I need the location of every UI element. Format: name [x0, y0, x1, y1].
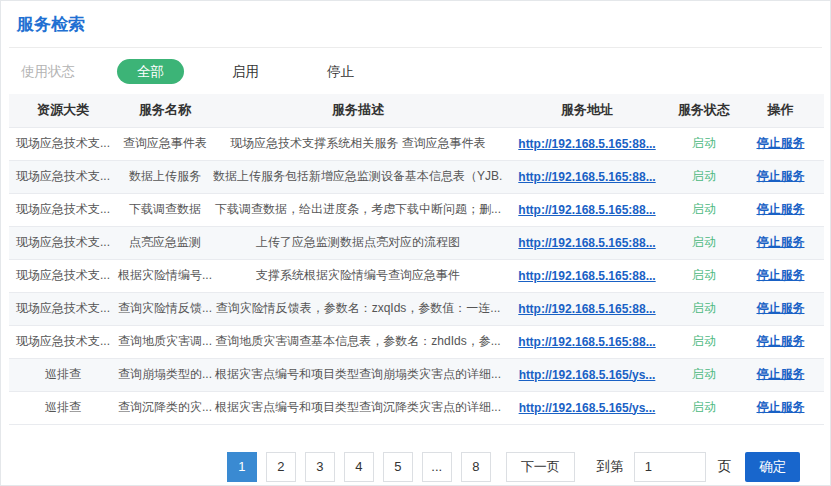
filter-option-停止[interactable]: 停止 — [307, 59, 374, 84]
stop-service-link[interactable]: 停止服务 — [757, 136, 805, 150]
table-row: 现场应急技术支... 查询地质灾害调... 查询地质灾害调查基本信息表，参数名：… — [9, 325, 824, 358]
cell-service-description: 根据灾害点编号和项目类型查询沉降类灾害点的详细... — [213, 391, 503, 424]
page-ellipsis-button[interactable]: ... — [422, 452, 452, 482]
stop-service-link[interactable]: 停止服务 — [757, 202, 805, 216]
service-url-link[interactable]: http://192.168.5.165:88... — [518, 170, 655, 184]
page-button-3[interactable]: 3 — [305, 452, 335, 482]
table-row: 巡排查 查询沉降类的灾... 根据灾害点编号和项目类型查询沉降类灾害点的详细..… — [9, 391, 824, 424]
cell-resource-category: 巡排查 — [9, 391, 117, 424]
cell-service-description: 下载调查数据，给出进度条，考虑下载中断问题；删... — [213, 193, 503, 226]
table-header-row: 资源大类服务名称服务描述服务地址服务状态操作 — [9, 94, 824, 127]
column-header: 资源大类 — [9, 94, 117, 127]
column-header: 服务名称 — [117, 94, 213, 127]
service-url-link[interactable]: http://192.168.5.165:88... — [518, 269, 655, 283]
page-button-1[interactable]: 1 — [227, 452, 257, 482]
table-row: 现场应急技术支... 点亮应急监测 上传了应急监测数据点亮对应的流程图 http… — [9, 226, 824, 259]
cell-service-status: 启动 — [671, 325, 737, 358]
page-button-8[interactable]: 8 — [461, 452, 491, 482]
status-filter-bar: 使用状态 全部启用停止 — [1, 48, 830, 94]
stop-service-link[interactable]: 停止服务 — [757, 367, 805, 381]
services-table: 资源大类服务名称服务描述服务地址服务状态操作 现场应急技术支... 查询应急事件… — [9, 94, 824, 425]
stop-service-link[interactable]: 停止服务 — [757, 235, 805, 249]
cell-service-status: 启动 — [671, 193, 737, 226]
page-button-2[interactable]: 2 — [266, 452, 296, 482]
stop-service-link[interactable]: 停止服务 — [757, 400, 805, 414]
goto-page-suffix-label: 页 — [718, 458, 732, 476]
page-button-4[interactable]: 4 — [344, 452, 374, 482]
cell-service-description: 根据灾害点编号和项目类型查询崩塌类灾害点的详细... — [213, 358, 503, 391]
table-row: 巡排查 查询崩塌类型的... 根据灾害点编号和项目类型查询崩塌类灾害点的详细..… — [9, 358, 824, 391]
service-url-link[interactable]: http://192.168.5.165/ys... — [519, 368, 656, 382]
pagination-bar: 12345...8 下一页 到第 页 确定 — [1, 452, 830, 482]
cell-resource-category: 现场应急技术支... — [9, 193, 117, 226]
cell-resource-category: 现场应急技术支... — [9, 292, 117, 325]
service-url-link[interactable]: http://192.168.5.165:88... — [518, 335, 655, 349]
cell-service-name: 查询沉降类的灾... — [117, 391, 213, 424]
column-header: 服务状态 — [671, 94, 737, 127]
page-button-5[interactable]: 5 — [383, 452, 413, 482]
table-row: 现场应急技术支... 根据灾险情编号... 支撑系统根据灾险情编号查询应急事件 … — [9, 259, 824, 292]
filter-option-全部[interactable]: 全部 — [117, 59, 184, 84]
cell-service-status: 启动 — [671, 226, 737, 259]
table-row: 现场应急技术支... 查询灾险情反馈... 查询灾险情反馈表，参数名：zxqId… — [9, 292, 824, 325]
table-row: 现场应急技术支... 查询应急事件表 现场应急技术支撑系统相关服务 查询应急事件… — [9, 127, 824, 160]
stop-service-link[interactable]: 停止服务 — [757, 334, 805, 348]
cell-service-name: 查询灾险情反馈... — [117, 292, 213, 325]
stop-service-link[interactable]: 停止服务 — [757, 169, 805, 183]
cell-service-description: 数据上传服务包括新增应急监测设备基本信息表（YJB... — [213, 160, 503, 193]
column-header: 服务地址 — [503, 94, 671, 127]
page-title: 服务检索 — [17, 13, 814, 36]
stop-service-link[interactable]: 停止服务 — [757, 268, 805, 282]
service-url-link[interactable]: http://192.168.5.165:88... — [518, 137, 655, 151]
cell-service-description: 支撑系统根据灾险情编号查询应急事件 — [213, 259, 503, 292]
cell-resource-category: 现场应急技术支... — [9, 325, 117, 358]
service-search-page: 服务检索 使用状态 全部启用停止 资源大类服务名称服务描述服务地址服务状态操作 … — [0, 0, 831, 486]
cell-service-status: 启动 — [671, 127, 737, 160]
cell-resource-category: 现场应急技术支... — [9, 259, 117, 292]
cell-service-description: 现场应急技术支撑系统相关服务 查询应急事件表 — [213, 127, 503, 160]
cell-service-description: 查询地质灾害调查基本信息表，参数名：zhdIds，参... — [213, 325, 503, 358]
stop-service-link[interactable]: 停止服务 — [757, 301, 805, 315]
column-header: 服务描述 — [213, 94, 503, 127]
cell-service-status: 启动 — [671, 160, 737, 193]
cell-service-name: 查询地质灾害调... — [117, 325, 213, 358]
table-header: 资源大类服务名称服务描述服务地址服务状态操作 — [9, 94, 824, 127]
table-row: 现场应急技术支... 下载调查数据 下载调查数据，给出进度条，考虑下载中断问题；… — [9, 193, 824, 226]
confirm-button[interactable]: 确定 — [745, 452, 800, 482]
cell-service-status: 启动 — [671, 292, 737, 325]
column-header: 操作 — [737, 94, 824, 127]
cell-service-name: 下载调查数据 — [117, 193, 213, 226]
table-body: 现场应急技术支... 查询应急事件表 现场应急技术支撑系统相关服务 查询应急事件… — [9, 127, 824, 424]
cell-service-status: 启动 — [671, 358, 737, 391]
filter-label: 使用状态 — [21, 63, 75, 81]
cell-service-name: 数据上传服务 — [117, 160, 213, 193]
cell-resource-category: 现场应急技术支... — [9, 160, 117, 193]
cell-resource-category: 巡排查 — [9, 358, 117, 391]
service-url-link[interactable]: http://192.168.5.165:88... — [518, 302, 655, 316]
page-header: 服务检索 — [1, 1, 830, 47]
filter-option-启用[interactable]: 启用 — [212, 59, 279, 84]
table-row: 现场应急技术支... 数据上传服务 数据上传服务包括新增应急监测设备基本信息表（… — [9, 160, 824, 193]
page-buttons: 12345...8 — [227, 452, 500, 482]
service-url-link[interactable]: http://192.168.5.165:88... — [518, 236, 655, 250]
cell-service-name: 查询应急事件表 — [117, 127, 213, 160]
cell-resource-category: 现场应急技术支... — [9, 226, 117, 259]
service-url-link[interactable]: http://192.168.5.165:88... — [518, 203, 655, 217]
cell-service-status: 启动 — [671, 391, 737, 424]
cell-service-name: 点亮应急监测 — [117, 226, 213, 259]
cell-service-description: 查询灾险情反馈表，参数名：zxqIds，参数值：一连... — [213, 292, 503, 325]
service-url-link[interactable]: http://192.168.5.165/ys... — [519, 401, 656, 415]
cell-service-description: 上传了应急监测数据点亮对应的流程图 — [213, 226, 503, 259]
goto-page-input[interactable] — [634, 452, 706, 482]
cell-service-name: 根据灾险情编号... — [117, 259, 213, 292]
goto-page-prefix-label: 到第 — [597, 458, 624, 476]
cell-service-name: 查询崩塌类型的... — [117, 358, 213, 391]
cell-service-status: 启动 — [671, 259, 737, 292]
next-page-button[interactable]: 下一页 — [506, 452, 575, 482]
cell-resource-category: 现场应急技术支... — [9, 127, 117, 160]
filter-options: 全部启用停止 — [117, 62, 402, 81]
